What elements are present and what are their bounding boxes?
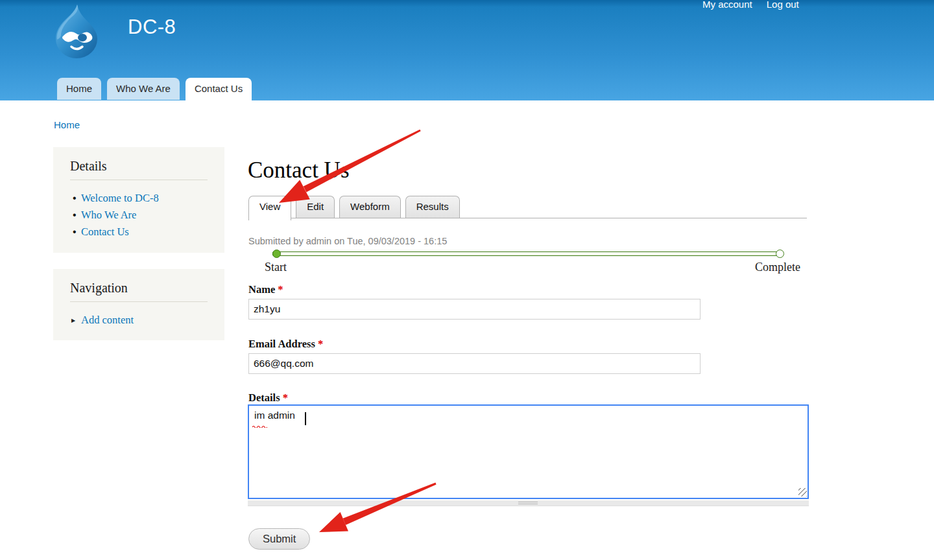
sidebar-link-welcome[interactable]: Welcome to DC-8	[81, 192, 159, 204]
progress-complete-label: Complete	[755, 261, 800, 274]
main-menu: Home Who We Are Contact Us	[57, 78, 252, 106]
drupal-logo-icon[interactable]	[52, 3, 101, 59]
main-menu-tab-contact-us[interactable]: Contact Us	[186, 78, 252, 106]
submit-button[interactable]: Submit	[248, 528, 310, 550]
page: DC-8 My account Log out Home Who We Are …	[0, 0, 934, 560]
webform-progress-bar	[272, 251, 781, 256]
resize-handle-icon[interactable]	[798, 488, 807, 496]
details-textarea[interactable]: im admin	[248, 404, 809, 499]
list-item: Who We Are	[53, 207, 224, 224]
secondary-menu: My account Log out	[702, 0, 799, 10]
breadcrumb: Home	[54, 119, 80, 131]
details-label: Details *	[248, 391, 288, 404]
required-mark: *	[278, 283, 283, 296]
main-menu-tab-home[interactable]: Home	[57, 78, 101, 100]
required-mark: *	[283, 391, 288, 404]
page-title: Contact Us	[248, 158, 350, 183]
spellcheck-squiggle	[252, 425, 267, 428]
textarea-grippie[interactable]	[248, 500, 809, 506]
progress-complete-dot	[776, 250, 784, 258]
name-input[interactable]	[248, 299, 700, 320]
site-header: DC-8 My account Log out Home Who We Are …	[0, 0, 934, 100]
tab-edit[interactable]: Edit	[296, 196, 335, 218]
email-label: Email Address *	[248, 338, 323, 351]
site-name[interactable]: DC-8	[128, 16, 176, 39]
sidebar-block-details: Details Welcome to DC-8 Who We Are Conta…	[53, 147, 224, 253]
breadcrumb-home-link[interactable]: Home	[54, 119, 80, 130]
tab-results[interactable]: Results	[405, 196, 460, 218]
tab-view[interactable]: View	[248, 196, 291, 220]
progress-start-dot	[272, 250, 281, 258]
list-item: Contact Us	[53, 224, 224, 240]
list-item: Add content	[53, 312, 224, 329]
sidebar-block-title: Navigation	[70, 281, 208, 302]
sidebar-links: Add content	[53, 312, 224, 329]
sidebar-links: Welcome to DC-8 Who We Are Contact Us	[53, 190, 224, 240]
sidebar-link-contact-us[interactable]: Contact Us	[81, 226, 129, 238]
email-input[interactable]	[248, 353, 700, 374]
main-menu-tab-who-we-are[interactable]: Who We Are	[107, 78, 180, 100]
sidebar-link-who-we-are[interactable]: Who We Are	[81, 209, 136, 221]
sidebar-block-navigation: Navigation Add content	[53, 269, 224, 340]
text-cursor	[305, 412, 306, 425]
logout-link[interactable]: Log out	[767, 0, 799, 10]
name-label: Name *	[248, 283, 283, 296]
local-task-tabs: View Edit Webform Results	[248, 196, 807, 222]
progress-start-label: Start	[265, 261, 287, 274]
submitted-byline: Submitted by admin on Tue, 09/03/2019 - …	[248, 236, 447, 246]
tab-webform[interactable]: Webform	[339, 196, 401, 218]
required-mark: *	[318, 338, 323, 350]
my-account-link[interactable]: My account	[702, 0, 752, 10]
sidebar-link-add-content[interactable]: Add content	[81, 314, 134, 326]
list-item: Welcome to DC-8	[53, 190, 224, 207]
sidebar-block-title: Details	[70, 159, 208, 180]
